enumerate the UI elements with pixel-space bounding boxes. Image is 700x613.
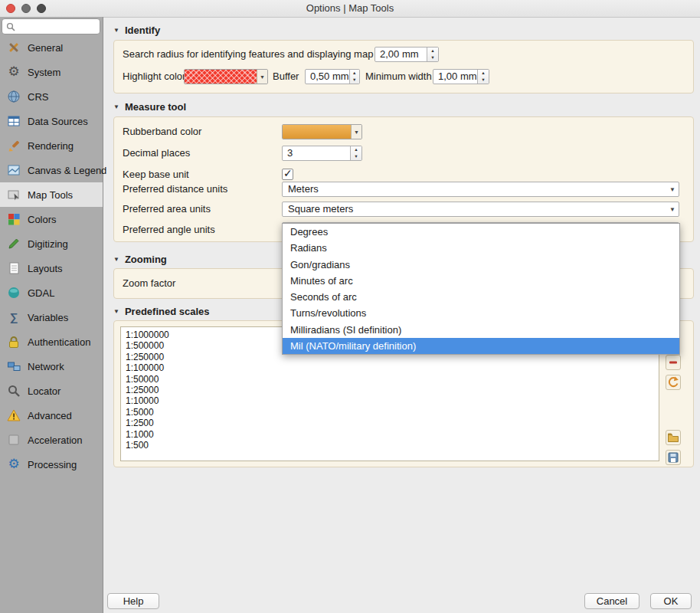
sidebar-item-variables[interactable]: ∑ Variables xyxy=(0,305,103,329)
search-radius-spinbox[interactable]: 2,00 mm ▲▼ xyxy=(375,47,439,62)
sidebar-item-general[interactable]: General xyxy=(0,35,103,60)
sidebar-item-colors[interactable]: Colors xyxy=(0,207,103,231)
section-title: Predefined scales xyxy=(125,306,210,317)
ok-button[interactable]: OK xyxy=(650,593,692,609)
step-down-icon[interactable]: ▼ xyxy=(427,54,438,61)
decimal-places-spinbox[interactable]: 3 ▲▼ xyxy=(282,146,362,161)
step-down-icon[interactable]: ▼ xyxy=(351,153,361,160)
section-identify-header[interactable]: ▼ Identify xyxy=(113,24,160,36)
minimum-width-spinbox[interactable]: 1,00 mm ▲▼ xyxy=(433,69,489,84)
sidebar-item-crs[interactable]: CRS xyxy=(0,84,103,109)
scale-item[interactable]: 1:1000 xyxy=(126,429,659,440)
wrench-hammer-icon xyxy=(6,40,21,55)
collapse-triangle-icon: ▼ xyxy=(113,103,119,110)
warning-triangle-icon xyxy=(6,408,21,423)
step-up-icon[interactable]: ▲ xyxy=(350,70,359,77)
sidebar-item-label: Advanced xyxy=(28,410,72,421)
sidebar-item-acceleration[interactable]: Acceleration xyxy=(0,428,103,452)
sidebar-item-label: Colors xyxy=(28,214,57,225)
globe-icon xyxy=(6,89,21,104)
paintbrush-icon xyxy=(6,138,21,153)
stepper-buttons[interactable]: ▲▼ xyxy=(349,70,359,84)
sidebar-item-system[interactable]: ⚙ System xyxy=(0,60,103,84)
dropdown-option[interactable]: Turns/revolutions xyxy=(283,305,679,321)
sidebar-item-gdal[interactable]: GDAL xyxy=(0,280,103,305)
highlight-color-label: Highlight color xyxy=(123,69,185,84)
section-scales-header[interactable]: ▼ Predefined scales xyxy=(113,305,209,317)
chevron-down-icon: ▼ xyxy=(666,206,679,213)
sidebar-item-map-tools[interactable]: Map Tools xyxy=(0,182,103,207)
sidebar-item-digitizing[interactable]: Digitizing xyxy=(0,231,103,256)
dropdown-option[interactable]: Radians xyxy=(283,240,679,256)
scale-item[interactable]: 1:100000 xyxy=(126,362,659,373)
scale-item[interactable]: 1:5000 xyxy=(126,407,659,418)
dropdown-option[interactable]: Seconds of arc xyxy=(283,289,679,305)
chevron-down-icon[interactable]: ▼ xyxy=(351,125,361,139)
step-down-icon[interactable]: ▼ xyxy=(478,77,489,84)
dropdown-option[interactable]: Gon/gradians xyxy=(283,257,679,273)
keep-base-unit-checkbox[interactable]: ✓ xyxy=(282,169,293,180)
step-up-icon[interactable]: ▲ xyxy=(351,146,361,153)
rubberband-color-button[interactable]: ▼ xyxy=(282,124,362,139)
checkmark-icon: ✓ xyxy=(283,167,293,179)
sidebar-item-authentication[interactable]: Authentication xyxy=(0,329,103,354)
step-up-icon[interactable]: ▲ xyxy=(478,70,489,77)
search-input[interactable] xyxy=(18,21,98,33)
sidebar-item-label: CRS xyxy=(28,91,48,103)
decimal-places-value: 3 xyxy=(283,146,350,160)
dropdown-option[interactable]: Minutes of arc xyxy=(283,273,679,289)
scale-item[interactable]: 1:500 xyxy=(126,440,659,451)
sidebar-item-processing[interactable]: ⚙ Processing xyxy=(0,452,103,477)
sidebar-nav: General ⚙ System CRS Data Sources Render… xyxy=(0,35,103,477)
rubberband-color-swatch xyxy=(283,125,351,139)
section-title: Measure tool xyxy=(125,101,186,113)
scale-item[interactable]: 1:10000 xyxy=(126,395,659,406)
area-units-value: Square meters xyxy=(283,202,666,216)
section-measure-header[interactable]: ▼ Measure tool xyxy=(113,100,186,113)
export-scales-button[interactable] xyxy=(666,450,681,465)
sidebar-item-network[interactable]: Network xyxy=(0,354,103,379)
cancel-button[interactable]: Cancel xyxy=(584,593,639,609)
dropdown-option[interactable]: Milliradians (SI definition) xyxy=(283,322,679,338)
step-up-icon[interactable]: ▲ xyxy=(427,48,438,54)
chip-icon xyxy=(6,432,21,447)
scale-item[interactable]: 1:2500 xyxy=(126,418,659,428)
area-units-combobox[interactable]: Square meters ▼ xyxy=(282,202,679,217)
help-button[interactable]: Help xyxy=(107,593,159,609)
section-zooming-header[interactable]: ▼ Zooming xyxy=(113,253,167,265)
window-title: Options | Map Tools xyxy=(0,0,700,17)
dropdown-option[interactable]: Degrees xyxy=(283,224,679,240)
stepper-buttons[interactable]: ▲▼ xyxy=(350,146,361,160)
sidebar-item-locator[interactable]: Locator xyxy=(0,379,103,403)
dropdown-option-highlighted[interactable]: Mil (NATO/military definition) xyxy=(283,338,679,354)
step-down-icon[interactable]: ▼ xyxy=(350,77,359,84)
remove-scale-button[interactable] xyxy=(666,355,681,370)
sidebar-item-data-sources[interactable]: Data Sources xyxy=(0,109,103,133)
highlight-color-button[interactable]: ▼ xyxy=(184,69,268,84)
rubberband-color-label: Rubberband color xyxy=(123,124,201,139)
magnifier-icon xyxy=(6,383,21,398)
sidebar-item-label: Layouts xyxy=(28,263,63,274)
gear-blue-icon: ⚙ xyxy=(6,457,21,472)
sidebar-item-canvas-legend[interactable]: Canvas & Legend xyxy=(0,158,103,182)
sidebar-search[interactable] xyxy=(2,18,100,34)
collapse-triangle-icon: ▼ xyxy=(113,256,119,263)
stepper-buttons[interactable]: ▲▼ xyxy=(477,70,489,84)
network-icon xyxy=(6,359,21,374)
chevron-down-icon[interactable]: ▼ xyxy=(257,70,267,84)
sidebar-item-label: General xyxy=(28,42,63,54)
buffer-label: Buffer xyxy=(273,69,299,84)
section-title: Identify xyxy=(125,25,160,36)
sidebar-item-layouts[interactable]: Layouts xyxy=(0,256,103,280)
remove-scale-icon xyxy=(667,356,679,369)
restore-default-scales-button[interactable] xyxy=(666,375,681,390)
stepper-buttons[interactable]: ▲▼ xyxy=(427,48,438,61)
scale-item[interactable]: 1:25000 xyxy=(126,385,659,395)
pencil-icon xyxy=(6,236,21,251)
scale-item[interactable]: 1:50000 xyxy=(126,374,659,385)
import-scales-button[interactable] xyxy=(666,430,681,445)
sidebar-item-advanced[interactable]: Advanced xyxy=(0,403,103,428)
distance-units-combobox[interactable]: Meters ▼ xyxy=(282,182,679,197)
buffer-spinbox[interactable]: 0,50 mm ▲▼ xyxy=(305,69,360,84)
sidebar-item-rendering[interactable]: Rendering xyxy=(0,133,103,158)
